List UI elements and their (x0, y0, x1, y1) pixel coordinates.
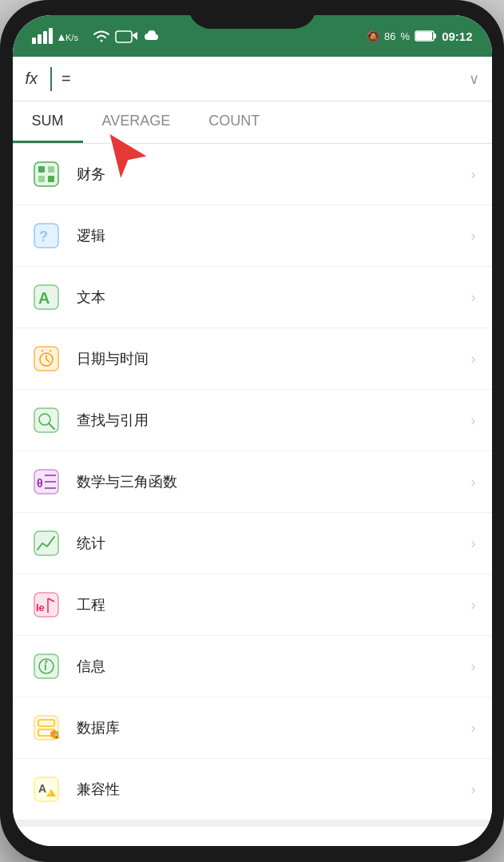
text-label: 文本 (77, 288, 471, 307)
logic-chevron: › (471, 228, 476, 244)
status-right: 🔕 86% 09:12 (367, 30, 472, 43)
menu-divider (13, 820, 492, 827)
svg-text:θ: θ (37, 477, 43, 490)
wifi-icon (92, 28, 111, 44)
datetime-icon (29, 341, 64, 376)
cloud-icon (143, 28, 162, 44)
svg-rect-6 (116, 31, 132, 42)
stats-icon (29, 526, 64, 561)
menu-item-engineering[interactable]: Ie 工程 › (13, 574, 492, 636)
logic-icon: ? (29, 218, 64, 253)
svg-rect-2 (43, 31, 47, 44)
svg-text:A: A (38, 782, 46, 795)
time-display: 09:12 (442, 30, 472, 43)
menu-list: 财务 › ? 逻辑 › A (13, 144, 492, 846)
info-icon: i (29, 649, 64, 684)
fx-label: fx (26, 70, 38, 88)
database-chevron: › (471, 720, 476, 737)
engineering-icon: Ie (29, 587, 64, 622)
svg-text:Ie: Ie (36, 602, 45, 614)
stats-label: 统计 (77, 534, 471, 553)
stats-chevron: › (471, 535, 476, 552)
datetime-label: 日期与时间 (77, 349, 471, 368)
math-chevron: › (471, 474, 476, 491)
formula-chevron[interactable]: ∨ (469, 70, 479, 88)
menu-item-fill-color[interactable]: 填充颜色 › (13, 827, 492, 846)
math-label: 数学与三角函数 (77, 472, 471, 491)
camera-icon (115, 28, 139, 44)
database-label: 数据库 (77, 718, 471, 737)
menu-item-math[interactable]: θ 数学与三角函数 › (13, 451, 492, 513)
finance-label: 财务 (77, 165, 471, 184)
tab-bar: SUM AVERAGE COUNT (13, 101, 492, 144)
svg-rect-3 (49, 28, 53, 44)
tab-sum[interactable]: SUM (13, 101, 83, 143)
logic-label: 逻辑 (77, 226, 471, 245)
mute-icon: 🔕 (367, 30, 379, 42)
lookup-label: 查找与引用 (77, 411, 471, 430)
battery-level: 86 (384, 30, 395, 42)
fill-color-icon (29, 840, 64, 846)
math-icon: θ (29, 464, 64, 499)
svg-rect-1 (38, 34, 42, 44)
finance-icon (29, 157, 64, 192)
svg-rect-14 (48, 166, 54, 173)
svg-rect-16 (48, 176, 54, 182)
svg-rect-13 (38, 166, 45, 173)
datetime-chevron: › (471, 351, 476, 367)
svg-rect-15 (38, 176, 45, 182)
finance-chevron: › (471, 166, 476, 183)
svg-text:!: ! (49, 790, 51, 797)
phone-frame: ▲ K/s 🔕 86% (0, 0, 504, 862)
compat-chevron: › (471, 781, 476, 798)
notch (189, 0, 316, 29)
compat-icon: A ! (29, 772, 64, 807)
phone-screen: ▲ K/s 🔕 86% (13, 15, 492, 846)
compat-label: 兼容性 (77, 780, 471, 799)
tab-average[interactable]: AVERAGE (83, 101, 190, 143)
formula-bar: fx = ∨ (13, 57, 492, 101)
svg-rect-35 (34, 531, 58, 555)
lookup-icon (29, 403, 64, 438)
menu-item-logic[interactable]: ? 逻辑 › (13, 205, 492, 267)
svg-text:?: ? (39, 228, 48, 244)
svg-rect-9 (416, 32, 432, 40)
database-icon: 🔒 (29, 710, 64, 745)
lookup-chevron: › (471, 412, 476, 429)
svg-text:A: A (38, 289, 50, 307)
svg-text:K/s: K/s (65, 33, 78, 42)
info-chevron: › (471, 658, 476, 675)
svg-text:🔒: 🔒 (52, 730, 61, 740)
formula-divider (50, 67, 52, 91)
svg-rect-10 (434, 34, 436, 38)
status-left: ▲ K/s (32, 28, 162, 44)
formula-equals: = (62, 70, 468, 88)
menu-item-stats[interactable]: 统计 › (13, 513, 492, 574)
engineering-label: 工程 (77, 595, 471, 614)
svg-rect-12 (34, 162, 58, 186)
tab-count[interactable]: COUNT (189, 101, 279, 143)
battery-icon (415, 30, 437, 42)
engineering-chevron: › (471, 597, 476, 614)
menu-item-text[interactable]: A 文本 › (13, 267, 492, 328)
svg-marker-7 (132, 32, 137, 40)
menu-item-finance[interactable]: 财务 › (13, 144, 492, 205)
menu-item-datetime[interactable]: 日期与时间 › (13, 328, 492, 390)
signal-wifi-icons: ▲ K/s (32, 28, 88, 44)
menu-item-info[interactable]: i 信息 › (13, 636, 492, 697)
info-label: 信息 (77, 657, 471, 676)
text-icon: A (29, 280, 64, 315)
svg-rect-0 (32, 38, 36, 44)
menu-item-lookup[interactable]: 查找与引用 › (13, 390, 492, 451)
menu-item-database[interactable]: 🔒 数据库 › (13, 697, 492, 759)
menu-item-compat[interactable]: A ! 兼容性 › (13, 759, 492, 820)
svg-point-43 (45, 661, 47, 663)
text-chevron: › (471, 289, 476, 306)
